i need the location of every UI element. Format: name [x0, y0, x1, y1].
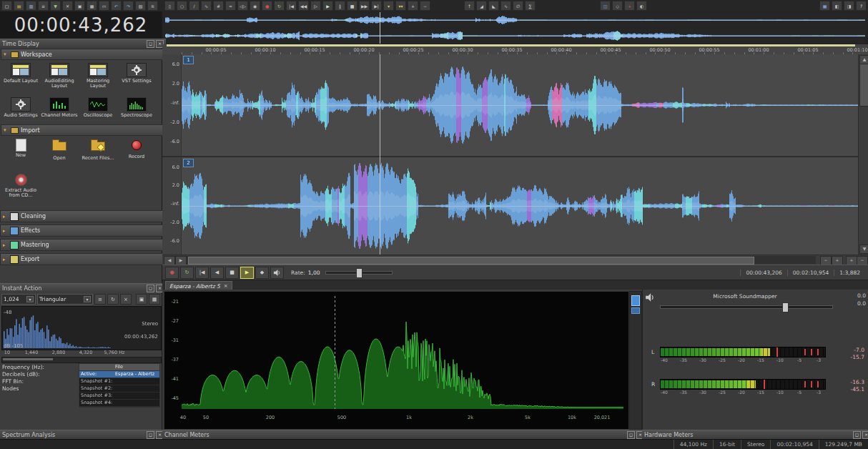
undock-icon[interactable]: ◻ [853, 431, 861, 439]
pause-icon[interactable]: ‖ [335, 1, 345, 11]
gain-slider-thumb[interactable] [782, 302, 789, 312]
mute-segment-icon[interactable]: ∅ [513, 1, 523, 11]
rate-slider[interactable] [325, 271, 393, 275]
undo-icon[interactable]: ↶ [111, 1, 122, 11]
redo-icon[interactable]: ↷ [123, 1, 134, 11]
window-type-select[interactable]: Triangular▾ [37, 294, 93, 305]
dock-windows-icon[interactable]: ◧ [832, 1, 842, 11]
fade-out-icon[interactable]: ◣ [488, 1, 499, 11]
scroll-down-icon[interactable]: ▼ [859, 245, 868, 254]
action-mastering-layout[interactable]: Mastering Layout [79, 60, 117, 94]
rewind-icon[interactable]: ◀◀ [298, 1, 309, 11]
action-record[interactable]: Record [117, 136, 156, 170]
workspace-section-header[interactable]: ▾ Workspace [1, 49, 167, 60]
selection-tool-icon[interactable]: ▯ [164, 1, 175, 11]
snapshot-row[interactable]: Active:Esparza - Albertz [79, 371, 159, 378]
properties-icon[interactable]: ≡ [38, 1, 49, 11]
section-mastering[interactable]: ▸Mastering [0, 239, 164, 251]
action-oscilloscope[interactable]: Oscilloscope [79, 94, 117, 129]
previous-marker-button[interactable]: ◀ [210, 267, 224, 279]
zoom-in-icon[interactable]: + [408, 1, 418, 11]
snapshot-row[interactable]: Snapshot #2: [79, 385, 159, 393]
scrollbar-thumb[interactable] [3, 358, 53, 360]
close-tab-icon[interactable]: × [224, 283, 228, 289]
snap-toggle-icon[interactable]: # [213, 1, 224, 11]
plugin-chain-icon[interactable]: ◫ [600, 1, 611, 11]
channel-2-badge[interactable]: 2 [183, 159, 194, 167]
section-export[interactable]: ▸Export [0, 253, 164, 265]
rate-slider-thumb[interactable] [356, 268, 363, 278]
play-all-icon[interactable]: ▷ [310, 1, 321, 11]
go-to-start-icon[interactable]: |◀ [286, 1, 297, 11]
channel-1-badge[interactable]: 1 [183, 56, 194, 64]
close-icon[interactable]: × [862, 431, 868, 439]
refresh-icon[interactable]: ↻ [107, 294, 119, 305]
settings-icon[interactable]: ≡ [94, 294, 106, 305]
play-icon[interactable]: ▶ [322, 1, 333, 11]
action-new[interactable]: New [1, 136, 40, 170]
marker-insert-icon[interactable]: ▾ [383, 1, 394, 11]
horizontal-scrollbar[interactable]: ◀ ▶ − + + − [162, 255, 868, 265]
magnify-icon[interactable]: ○ [177, 1, 187, 11]
frequency-cursor[interactable] [335, 296, 335, 409]
waveform-channel-1[interactable] [182, 54, 858, 156]
open-file-icon[interactable]: ▤ [14, 1, 24, 11]
undock-icon[interactable]: ◻ [147, 40, 154, 48]
auto-ripple-icon[interactable]: ≈ [225, 1, 236, 11]
loop-playback-icon[interactable]: ↻ [274, 1, 285, 11]
waveform-channel-2[interactable] [182, 157, 858, 255]
import-section-header[interactable]: ▾ Import [1, 124, 167, 136]
action-spectroscope[interactable]: Spectroscope [117, 94, 156, 129]
import-file-icon[interactable]: ▼ [50, 1, 61, 11]
loop-playback-button[interactable]: ↻ [180, 267, 194, 279]
action-open[interactable]: Open [40, 136, 79, 170]
speaker-icon[interactable] [645, 292, 655, 302]
go-to-end-icon[interactable]: ▶| [371, 1, 382, 11]
overview-waveform-right[interactable] [165, 29, 865, 43]
snapshot-icon[interactable]: ▣ [136, 294, 147, 305]
new-file-icon[interactable]: ▢ [1, 1, 12, 11]
go-to-start-button[interactable]: |◀ [195, 267, 209, 279]
snapshot-row[interactable]: Snapshot #3: [79, 393, 159, 400]
crossfade-icon[interactable]: ◁▷ [237, 1, 248, 11]
mix-paste-icon[interactable]: ▧ [135, 1, 146, 11]
action-audioediting-layout[interactable]: AudioEditing Layout [40, 60, 79, 94]
meters-side-scrollbar[interactable] [629, 291, 642, 430]
section-cleaning[interactable]: ▸Cleaning [0, 210, 164, 222]
section-effects[interactable]: ▸Effects [0, 224, 164, 237]
action-vst-settings[interactable]: VST Settings [117, 60, 156, 94]
undock-icon[interactable]: ◻ [147, 285, 154, 292]
envelope-tool-icon[interactable]: ∿ [201, 1, 212, 11]
undock-icon[interactable]: ◻ [147, 431, 154, 439]
scrollbar-thumb[interactable] [188, 257, 754, 265]
overview-waveform-left[interactable] [165, 13, 865, 27]
preferences-icon[interactable]: ≋ [147, 1, 158, 11]
action-channel-meters[interactable]: Channel Meters [40, 94, 79, 129]
overview-strip[interactable] [162, 11, 868, 45]
paste-icon[interactable]: ▦ [87, 1, 97, 11]
timeline-ruler[interactable]: 00:00:0500:00:1000:00:1500:00:2000:00:25… [162, 44, 868, 55]
overview-playhead[interactable] [380, 12, 380, 44]
lock-icon[interactable]: ◉ [250, 1, 260, 11]
stop-button[interactable]: ■ [225, 267, 239, 279]
undock-icon[interactable]: ◻ [627, 431, 635, 439]
scrub-button[interactable]: ◆ [255, 267, 269, 279]
region-insert-icon[interactable]: ▾▾ [395, 1, 406, 11]
snapshot-row[interactable]: Snapshot #4: [79, 400, 159, 407]
spectrum-scrollbar[interactable] [1, 357, 162, 363]
effect-automation-icon[interactable]: ◇ [612, 1, 623, 11]
stop-icon[interactable]: ■ [347, 1, 357, 11]
scrollbar-thumb-2[interactable] [631, 307, 640, 314]
fft-size-select[interactable]: 1,024▾ [1, 294, 36, 305]
record-button[interactable]: ● [165, 267, 179, 279]
scrollbar-track[interactable] [187, 256, 816, 264]
snapshot-row[interactable]: Snapshot #1: [79, 378, 159, 385]
scrollbar-thumb[interactable] [631, 295, 640, 306]
analyze-icon[interactable]: ◐ [636, 1, 647, 11]
action-audio-settings[interactable]: Audio Settings [1, 94, 40, 129]
action-recent-files[interactable]: Recent Files... [79, 136, 117, 170]
trim-icon[interactable]: ▭ [99, 1, 109, 11]
monitor-speaker-button[interactable] [270, 267, 284, 279]
scrollbar-thumb[interactable] [859, 64, 868, 107]
normalize-icon[interactable]: ↑ [464, 1, 475, 11]
